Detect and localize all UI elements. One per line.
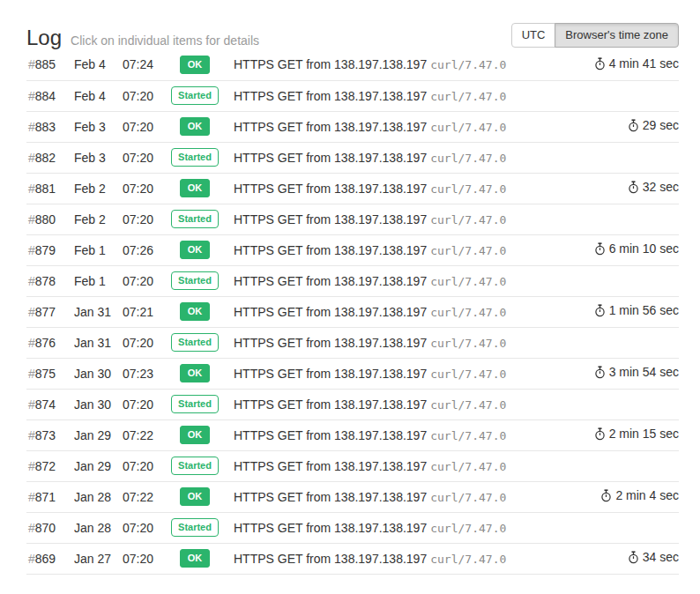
- status-badge: OK: [180, 302, 211, 321]
- user-agent-text: curl/7.47.0: [427, 368, 506, 381]
- user-agent-text: curl/7.47.0: [427, 182, 506, 196]
- status-badge-cell: OK: [167, 234, 223, 265]
- event-id-cell: #873: [26, 420, 74, 450]
- event-id-cell: #870: [26, 512, 74, 543]
- duration-cell: [527, 389, 679, 420]
- log-row[interactable]: #885 Feb 4 07:24 OK HTTPS GET from 138.1…: [26, 49, 679, 80]
- page-title: Log: [26, 26, 62, 49]
- status-badge: OK: [180, 549, 211, 568]
- log-row[interactable]: #883 Feb 3 07:20 OK HTTPS GET from 138.1…: [26, 111, 679, 142]
- event-description-cell: HTTPS GET from 138.197.138.197curl/7.47.…: [223, 111, 527, 142]
- status-badge: OK: [180, 117, 211, 136]
- user-agent-text: curl/7.47.0: [427, 398, 506, 412]
- event-id-cell: #884: [26, 80, 74, 111]
- event-time: 07:20: [123, 265, 167, 296]
- event-description-cell: HTTPS GET from 138.197.138.197curl/7.47.…: [223, 481, 527, 512]
- log-row[interactable]: #870 Jan 28 07:20 Started HTTPS GET from…: [26, 512, 679, 543]
- log-row[interactable]: #881 Feb 2 07:20 OK HTTPS GET from 138.1…: [26, 173, 679, 204]
- request-text: HTTPS GET from 138.197.138.197: [234, 521, 427, 535]
- log-row[interactable]: #884 Feb 4 07:20 Started HTTPS GET from …: [26, 80, 679, 111]
- log-row[interactable]: #874 Jan 30 07:20 Started HTTPS GET from…: [26, 389, 679, 420]
- status-badge: Started: [171, 518, 219, 537]
- duration-cell: 3 min 54 sec: [527, 358, 679, 389]
- duration: 6 min 10 sec: [594, 241, 679, 256]
- event-id-hash: #: [28, 212, 35, 226]
- log-row[interactable]: #879 Feb 1 07:26 OK HTTPS GET from 138.1…: [26, 234, 679, 265]
- log-table: #885 Feb 4 07:24 OK HTTPS GET from 138.1…: [26, 49, 679, 575]
- duration-cell: [527, 450, 679, 481]
- event-time: 07:20: [123, 450, 167, 481]
- log-row[interactable]: #872 Jan 29 07:20 Started HTTPS GET from…: [26, 450, 679, 481]
- log-row[interactable]: #878 Feb 1 07:20 Started HTTPS GET from …: [26, 265, 679, 296]
- user-agent-text: curl/7.47.0: [427, 553, 506, 566]
- event-time: 07:24: [123, 49, 167, 80]
- event-id-hash: #: [28, 274, 35, 288]
- duration-cell: [527, 327, 679, 358]
- user-agent-text: curl/7.47.0: [427, 306, 506, 319]
- status-badge-cell: Started: [167, 512, 223, 543]
- user-agent-text: curl/7.47.0: [427, 213, 506, 226]
- status-badge: Started: [171, 271, 219, 290]
- event-time: 07:20: [123, 173, 167, 204]
- user-agent-text: curl/7.47.0: [427, 244, 506, 257]
- event-id-hash: #: [28, 336, 35, 350]
- stopwatch-icon: [594, 304, 606, 317]
- duration-cell: 6 min 10 sec: [527, 234, 679, 265]
- status-badge: OK: [180, 426, 211, 444]
- duration: 2 min 4 sec: [600, 488, 679, 502]
- event-id-cell: #885: [26, 49, 74, 80]
- event-date: Feb 2: [74, 204, 123, 234]
- event-id-hash: #: [28, 120, 35, 134]
- status-badge: OK: [180, 487, 211, 506]
- log-row[interactable]: #869 Jan 27 07:20 OK HTTPS GET from 138.…: [26, 543, 679, 574]
- log-row[interactable]: #875 Jan 30 07:23 OK HTTPS GET from 138.…: [26, 358, 679, 389]
- log-row[interactable]: #877 Jan 31 07:21 OK HTTPS GET from 138.…: [26, 296, 679, 327]
- event-time: 07:23: [123, 358, 167, 389]
- log-row[interactable]: #880 Feb 2 07:20 Started HTTPS GET from …: [26, 204, 679, 234]
- log-row[interactable]: #876 Jan 31 07:20 Started HTTPS GET from…: [26, 327, 679, 358]
- event-description-cell: HTTPS GET from 138.197.138.197curl/7.47.…: [223, 173, 527, 204]
- event-id-cell: #879: [26, 234, 74, 265]
- log-row[interactable]: #873 Jan 29 07:22 OK HTTPS GET from 138.…: [26, 420, 679, 450]
- event-date: Feb 4: [74, 80, 123, 111]
- event-time: 07:20: [123, 327, 167, 358]
- event-id-number: 877: [35, 305, 56, 319]
- stopwatch-icon: [628, 551, 639, 564]
- duration-text: 6 min 10 sec: [609, 241, 679, 256]
- request-text: HTTPS GET from 138.197.138.197: [234, 397, 427, 412]
- event-id-number: 875: [35, 367, 56, 381]
- status-badge-cell: Started: [167, 142, 223, 173]
- event-id-cell: #881: [26, 173, 74, 204]
- request-text: HTTPS GET from 138.197.138.197: [234, 212, 427, 226]
- request-text: HTTPS GET from 138.197.138.197: [234, 552, 427, 566]
- event-id-hash: #: [28, 89, 35, 103]
- event-id-hash: #: [28, 397, 35, 412]
- request-text: HTTPS GET from 138.197.138.197: [234, 120, 427, 134]
- status-badge-cell: Started: [167, 327, 223, 358]
- status-badge-cell: OK: [167, 49, 223, 80]
- event-date: Jan 28: [74, 512, 123, 543]
- user-agent-text: curl/7.47.0: [427, 275, 506, 288]
- user-agent-text: curl/7.47.0: [427, 121, 506, 134]
- duration-text: 2 min 15 sec: [609, 427, 679, 441]
- status-badge-cell: Started: [167, 80, 223, 111]
- request-text: HTTPS GET from 138.197.138.197: [234, 274, 427, 288]
- stopwatch-icon: [600, 489, 612, 502]
- browser-timezone-button[interactable]: Browser's time zone: [555, 23, 679, 48]
- duration-text: 34 sec: [643, 550, 679, 564]
- status-badge: Started: [171, 148, 219, 167]
- request-text: HTTPS GET from 138.197.138.197: [234, 182, 427, 196]
- status-badge-cell: OK: [167, 420, 223, 450]
- event-id-number: 883: [35, 120, 56, 134]
- stopwatch-icon: [594, 57, 606, 71]
- duration: 4 min 41 sec: [594, 56, 679, 71]
- status-badge-cell: OK: [167, 543, 223, 574]
- utc-button[interactable]: UTC: [511, 23, 556, 48]
- event-id-number: 880: [35, 212, 56, 226]
- event-time: 07:21: [123, 296, 167, 327]
- duration: 29 sec: [628, 118, 679, 132]
- log-row[interactable]: #882 Feb 3 07:20 Started HTTPS GET from …: [26, 142, 679, 173]
- event-time: 07:20: [123, 80, 167, 111]
- stopwatch-icon: [594, 366, 606, 379]
- log-row[interactable]: #871 Jan 28 07:22 OK HTTPS GET from 138.…: [26, 481, 679, 512]
